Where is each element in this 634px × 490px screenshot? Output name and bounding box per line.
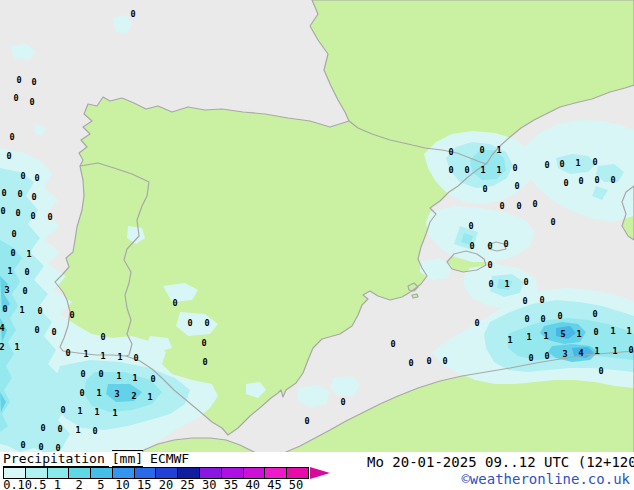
scale-overflow-arrow-icon: [310, 467, 330, 479]
scale-segment-10mm: [113, 468, 135, 478]
precip-value-marker: 0: [448, 147, 453, 157]
precip-value-marker: 1: [576, 329, 581, 339]
precip-value-marker: 1: [526, 332, 531, 342]
precip-value-marker: 1: [117, 352, 122, 362]
precip-value-marker: 0: [539, 295, 544, 305]
precip-value-marker: 0: [464, 165, 469, 175]
precip-value-marker: 5: [560, 329, 565, 339]
precip-value-marker: 0: [100, 332, 105, 342]
precip-value-marker: 0: [187, 318, 192, 328]
precip-value-marker: 0: [17, 189, 22, 199]
precip-value-marker: 0: [202, 357, 207, 367]
precip-value-marker: 1: [75, 425, 80, 435]
precip-value-marker: 0: [479, 145, 484, 155]
precip-value-marker: 0: [550, 217, 555, 227]
precip-value-marker: 0: [79, 388, 84, 398]
precip-value-marker: 1: [14, 342, 19, 352]
precip-value-marker: 0: [22, 286, 27, 296]
precip-value-marker: 1: [116, 371, 121, 381]
copyright-link[interactable]: ©weatheronline.co.uk: [461, 471, 630, 487]
precip-value-marker: 4: [0, 323, 5, 333]
precip-value-marker: 0: [516, 201, 521, 211]
precipitation-map-canvas: 0000000000000000001103001004000210111000…: [0, 0, 634, 452]
precip-value-marker: 0: [10, 248, 15, 258]
scale-segment-40mm: [244, 468, 266, 478]
legend-unit: [mm]: [112, 450, 143, 467]
legend-title: Precipitation[mm]ECMWF: [3, 451, 189, 466]
precip-value-marker: 1: [504, 279, 509, 289]
precip-value-marker: 0: [51, 327, 56, 337]
scale-segment-0.1mm: [4, 468, 26, 478]
precip-value-marker: 1: [610, 326, 615, 336]
precip-value-marker: 0: [60, 405, 65, 415]
precip-value-marker: 1: [543, 331, 548, 341]
scale-segment-5mm: [91, 468, 113, 478]
precip-value-marker: 1: [77, 406, 82, 416]
precip-value-marker: 1: [7, 266, 12, 276]
precip-value-marker: 3: [562, 349, 567, 359]
precip-value-marker: 1: [496, 145, 501, 155]
map-footer: Precipitation[mm]ECMWF 0.10.512510152025…: [0, 452, 634, 490]
precip-value-marker: 0: [544, 160, 549, 170]
precip-value-marker: 0: [503, 239, 508, 249]
precip-value-marker: 0: [557, 311, 562, 321]
precip-value-marker: 0: [514, 181, 519, 191]
precip-value-marker: 0: [92, 426, 97, 436]
precip-value-marker: 0: [598, 366, 603, 376]
scale-segment-2mm: [69, 468, 91, 478]
precip-value-marker: 0: [522, 296, 527, 306]
precip-value-marker: 0: [2, 304, 7, 314]
precip-value-marker: 0: [65, 348, 70, 358]
precip-value-marker: 0: [30, 211, 35, 221]
scale-segment-35mm: [222, 468, 244, 478]
precip-value-marker: 0: [130, 9, 135, 19]
precip-value-marker: 0: [593, 327, 598, 337]
precip-value-marker: 0: [172, 298, 177, 308]
precip-value-marker: 0: [487, 241, 492, 251]
precip-value-marker: 0: [31, 192, 36, 202]
scale-segment-0.5mm: [26, 468, 48, 478]
precip-value-marker: 0: [340, 397, 345, 407]
precip-value-marker: 0: [69, 310, 74, 320]
precip-value-marker: 0: [0, 206, 5, 216]
precip-value-marker: 0: [201, 338, 206, 348]
legend-model: ECMWF: [150, 451, 189, 466]
precip-value-marker: 1: [19, 305, 24, 315]
precip-value-marker: 0: [40, 423, 45, 433]
precip-value-marker: 1: [575, 158, 580, 168]
precip-value-marker: 0: [578, 176, 583, 186]
precip-value-marker: 0: [24, 267, 29, 277]
precip-value-marker: 1: [594, 346, 599, 356]
scale-segment-45mm: [265, 468, 287, 478]
scale-segment-30mm: [200, 468, 222, 478]
precip-value-marker: 0: [488, 279, 493, 289]
precip-value-marker: 0: [31, 77, 36, 87]
weather-map-page: 0000000000000000001103001004000210111000…: [0, 0, 634, 490]
precip-value-marker: 0: [448, 165, 453, 175]
precip-value-marker: 0: [1, 188, 6, 198]
precip-value-marker: 0: [408, 358, 413, 368]
precip-value-marker: 0: [559, 159, 564, 169]
precip-value-marker: 0: [469, 241, 474, 251]
legend-title-word: Precipitation: [3, 451, 109, 467]
precip-value-marker: 3: [114, 389, 119, 399]
precip-value-marker: 1: [94, 407, 99, 417]
precip-value-marker: 0: [592, 157, 597, 167]
scale-segment-50mm: [287, 468, 308, 478]
precip-value-marker: 1: [26, 249, 31, 259]
scale-label-50: 50: [283, 478, 309, 490]
precip-value-marker: 0: [524, 314, 529, 324]
precip-value-marker: 0: [592, 309, 597, 319]
precip-value-marker: 0: [544, 351, 549, 361]
scale-segment-15mm: [135, 468, 157, 478]
precip-value-marker: 0: [34, 325, 39, 335]
precip-value-marker: 0: [474, 318, 479, 328]
precip-value-marker: 1: [96, 388, 101, 398]
precip-value-marker: 0: [6, 151, 11, 161]
precip-value-marker: 1: [480, 165, 485, 175]
precip-value-marker: 0: [13, 93, 18, 103]
precip-value-marker: 0: [15, 208, 20, 218]
precip-value-marker: 0: [594, 175, 599, 185]
precip-value-marker: 0: [16, 75, 21, 85]
precip-value-marker: 0: [80, 369, 85, 379]
